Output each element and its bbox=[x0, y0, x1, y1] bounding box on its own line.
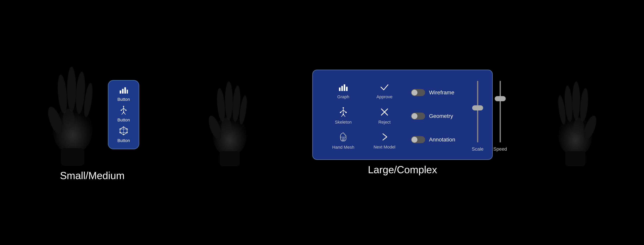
cube-icon bbox=[119, 126, 128, 137]
scale-slider-thumb[interactable] bbox=[472, 105, 483, 110]
svg-rect-66 bbox=[565, 151, 585, 166]
small-hand-container: Button bbox=[45, 64, 139, 166]
svg-point-3 bbox=[67, 67, 76, 112]
svg-rect-10 bbox=[124, 87, 126, 94]
graph-icon bbox=[119, 86, 128, 96]
annotation-toggle-label: Annotation bbox=[429, 136, 455, 143]
control-graph[interactable]: Graph bbox=[323, 79, 364, 104]
skeleton-control-icon bbox=[338, 107, 348, 118]
panel-btn-skeleton-label: Button bbox=[118, 118, 130, 122]
svg-rect-38 bbox=[220, 151, 240, 166]
speed-slider-label: Speed bbox=[493, 146, 507, 154]
svg-point-35 bbox=[225, 82, 233, 120]
left-hand-silhouette bbox=[45, 64, 100, 166]
annotation-toggle-knob bbox=[412, 137, 418, 142]
nextmodel-label: Next Model bbox=[374, 144, 395, 150]
handmesh-icon bbox=[338, 132, 348, 143]
reject-label: Reject bbox=[378, 120, 390, 125]
svg-line-58 bbox=[344, 138, 344, 141]
toggle-geometry[interactable]: Geometry bbox=[411, 112, 466, 120]
svg-point-53 bbox=[342, 114, 344, 115]
wireframe-toggle[interactable] bbox=[411, 89, 425, 96]
reject-icon bbox=[380, 107, 389, 118]
small-medium-panel: Button bbox=[108, 80, 139, 149]
scale-slider-col: Scale bbox=[472, 79, 484, 154]
approve-icon bbox=[380, 83, 389, 93]
panel-btn-graph[interactable]: Button bbox=[112, 86, 135, 102]
control-handmesh[interactable]: Hand Mesh bbox=[323, 128, 364, 154]
control-reject[interactable]: Reject bbox=[364, 104, 405, 128]
geometry-toggle[interactable] bbox=[411, 112, 425, 120]
small-medium-section: Button bbox=[45, 64, 139, 182]
wireframe-toggle-label: Wireframe bbox=[429, 90, 454, 96]
svg-rect-8 bbox=[120, 90, 121, 94]
svg-point-19 bbox=[121, 110, 122, 111]
svg-point-50 bbox=[342, 107, 344, 108]
control-skeleton[interactable]: Skeleton bbox=[323, 104, 364, 128]
svg-point-27 bbox=[126, 128, 128, 130]
speed-slider-track[interactable] bbox=[500, 81, 501, 142]
svg-point-63 bbox=[572, 82, 580, 120]
nextmodel-icon bbox=[380, 132, 389, 143]
speed-slider-thumb[interactable] bbox=[495, 96, 506, 101]
toggle-annotation[interactable]: Annotation bbox=[411, 136, 466, 143]
svg-point-51 bbox=[340, 112, 341, 113]
main-scene: Button bbox=[0, 0, 644, 245]
svg-point-18 bbox=[123, 106, 124, 107]
annotation-toggle[interactable] bbox=[411, 136, 425, 143]
panel-btn-cube[interactable]: Button bbox=[112, 126, 135, 143]
large-panel-toggles: Wireframe Geometry Annotation bbox=[405, 79, 472, 154]
control-nextmodel[interactable]: Next Model bbox=[364, 128, 405, 154]
svg-point-21 bbox=[123, 112, 124, 113]
wireframe-toggle-knob bbox=[412, 90, 418, 96]
svg-point-30 bbox=[120, 132, 121, 133]
large-complex-section: Graph Approve bbox=[312, 70, 493, 176]
scale-slider-label: Scale bbox=[472, 146, 484, 154]
svg-point-7 bbox=[63, 109, 74, 128]
svg-point-20 bbox=[125, 110, 126, 111]
right-hand-silhouette bbox=[552, 76, 599, 170]
svg-line-56 bbox=[342, 138, 342, 141]
speed-slider-col: Speed bbox=[493, 79, 507, 154]
large-complex-label: Large/Complex bbox=[368, 164, 437, 176]
toggle-wireframe[interactable]: Wireframe bbox=[411, 89, 466, 96]
panel-btn-cube-label: Button bbox=[118, 138, 130, 143]
approve-label: Approve bbox=[376, 94, 392, 100]
svg-point-67 bbox=[574, 118, 584, 134]
middle-hand-silhouette bbox=[206, 76, 253, 170]
large-panel-sliders: Scale Speed bbox=[472, 79, 507, 154]
skeleton-control-label: Skeleton bbox=[335, 120, 352, 125]
svg-rect-42 bbox=[344, 84, 345, 91]
control-approve[interactable]: Approve bbox=[364, 79, 405, 104]
panel-btn-skeleton[interactable]: Button bbox=[112, 106, 135, 122]
large-panel-actions: Graph Approve bbox=[323, 79, 405, 154]
svg-point-52 bbox=[345, 112, 346, 113]
skeleton-icon bbox=[119, 106, 128, 116]
geometry-toggle-label: Geometry bbox=[429, 113, 453, 119]
panel-btn-graph-label: Button bbox=[118, 97, 130, 102]
svg-rect-40 bbox=[339, 88, 340, 91]
svg-point-31 bbox=[120, 128, 121, 130]
graph-control-label: Graph bbox=[337, 94, 349, 100]
geometry-toggle-knob bbox=[412, 113, 418, 119]
handmesh-label: Hand Mesh bbox=[332, 145, 354, 150]
svg-point-28 bbox=[126, 132, 128, 133]
svg-rect-9 bbox=[122, 89, 124, 94]
scale-slider-track[interactable] bbox=[477, 81, 478, 142]
svg-point-39 bbox=[221, 118, 231, 134]
svg-rect-43 bbox=[346, 87, 348, 91]
svg-rect-6 bbox=[61, 148, 84, 166]
svg-rect-11 bbox=[127, 90, 128, 94]
large-panel-inner: Graph Approve bbox=[323, 79, 482, 154]
svg-rect-41 bbox=[341, 86, 343, 91]
graph-control-icon bbox=[338, 83, 348, 93]
small-medium-label: Small/Medium bbox=[60, 170, 124, 182]
large-panel: Graph Approve bbox=[312, 70, 493, 160]
